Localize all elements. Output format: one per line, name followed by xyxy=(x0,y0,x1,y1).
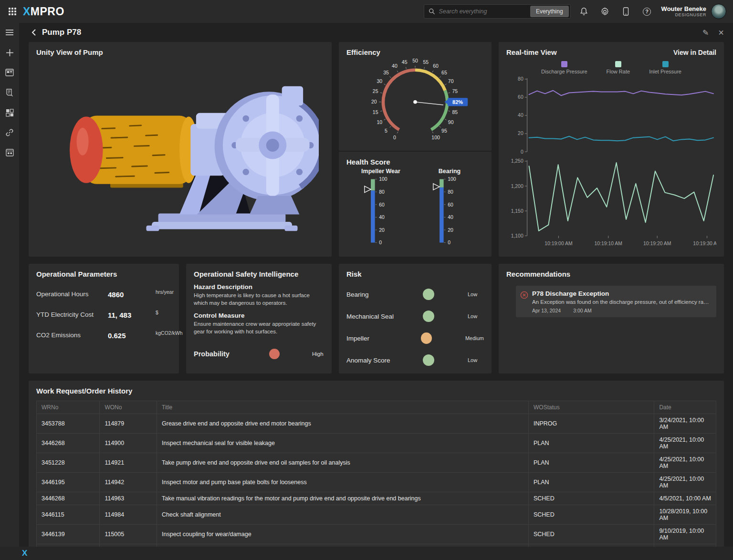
footer-x-logo[interactable]: X xyxy=(22,549,27,558)
risk-label: Anomaly Score xyxy=(346,357,423,364)
settings-gear-icon[interactable] xyxy=(600,7,610,16)
health-gauges: Impeller Wear020406080100Bearing02040608… xyxy=(346,168,484,248)
table-row[interactable]: 3446115114984Check shaft alignmentSCHED1… xyxy=(37,505,716,525)
parameter-value: 0.625 xyxy=(108,332,156,340)
svg-text:35: 35 xyxy=(383,70,389,75)
table-row[interactable]: 3446268114963Take manual vibration readi… xyxy=(37,492,716,505)
integrations-link-icon[interactable] xyxy=(4,127,15,138)
legend-swatch xyxy=(615,61,621,67)
svg-text:40: 40 xyxy=(392,63,398,69)
user-role: DESIGNUSER xyxy=(661,12,706,17)
widgets-panel-icon[interactable] xyxy=(4,147,15,158)
work-history-panel: Work Request/Order History WRNoWONoTitle… xyxy=(29,381,724,547)
svg-text:82%: 82% xyxy=(452,99,463,105)
table-row[interactable]: 3446268114900Inspect mechanical seal for… xyxy=(37,434,716,453)
safety-intelligence-panel: Operational Safety Intelligence Hazard D… xyxy=(186,264,332,373)
table-row[interactable]: 3453788114879Grease drive end and opposi… xyxy=(37,414,716,434)
recommendation-card[interactable]: P78 Discharge ExceptionAn Exception was … xyxy=(516,286,716,317)
pump-3d-render[interactable] xyxy=(42,58,319,245)
notifications-bell-icon[interactable] xyxy=(579,7,589,16)
recommendations-panel: Recommendations P78 Discharge ExceptionA… xyxy=(499,264,724,373)
column-header[interactable]: Title xyxy=(157,401,529,414)
table-cell: 114879 xyxy=(100,414,157,434)
table-row[interactable]: 3451228114921Take pump drive end and opp… xyxy=(37,453,716,473)
parameter-value: 4860 xyxy=(108,290,156,299)
data-stream-icon[interactable] xyxy=(4,87,15,98)
app-launcher-icon[interactable] xyxy=(9,8,16,15)
svg-text:10: 10 xyxy=(377,119,382,125)
svg-text:40: 40 xyxy=(379,215,385,220)
search-icon xyxy=(429,8,435,15)
logo-rest: MPRO xyxy=(31,5,64,18)
parameter-label: CO2 Emissions xyxy=(36,332,108,339)
column-header[interactable]: WONo xyxy=(100,401,157,414)
table-cell: 115005 xyxy=(100,525,157,544)
app-blocks-icon[interactable] xyxy=(4,107,15,118)
recommendation-datetime: Apr 13, 20243:00 AM xyxy=(532,308,710,313)
svg-text:10:19:20 AM: 10:19:20 AM xyxy=(643,241,671,246)
column-header[interactable]: WOStatus xyxy=(528,401,654,414)
risk-indicator xyxy=(421,332,432,344)
table-cell: SCHED xyxy=(528,525,654,544)
pressure-line-chart: 020406080 xyxy=(506,75,716,156)
risk-level: Medium xyxy=(465,335,484,341)
parameter-row: CO2 Emissions0.625kgCO2/kWh xyxy=(36,332,171,340)
health-gauge-label: Impeller Wear xyxy=(361,168,400,175)
realtime-panel-title: Real-time View xyxy=(506,48,557,56)
user-avatar[interactable] xyxy=(711,4,726,19)
legend-item[interactable]: Flow Rate xyxy=(607,61,630,74)
menu-icon[interactable] xyxy=(4,27,15,38)
table-row[interactable]: 3446195114942Inspect motor and pump base… xyxy=(37,473,716,492)
safety-section-heading: Hazard Description xyxy=(194,283,324,290)
risk-row: Mechanical SealLow xyxy=(346,311,484,322)
table-header-row: WRNoWONoTitleWOStatusDate xyxy=(37,401,716,414)
user-menu[interactable]: Wouter Beneke DESIGNUSER xyxy=(661,6,706,17)
table-cell: PLAN xyxy=(528,473,654,492)
add-icon[interactable] xyxy=(4,47,15,58)
risk-panel-title: Risk xyxy=(346,270,484,278)
work-history-table: WRNoWONoTitleWOStatusDate 3453788114879G… xyxy=(36,401,716,547)
recommendation-title: P78 Discharge Exception xyxy=(532,290,710,297)
legend-item[interactable]: Inlet Pressure xyxy=(649,61,681,74)
search-scope-button[interactable]: Everything xyxy=(530,6,569,17)
dashboard-designer-icon[interactable] xyxy=(4,67,15,78)
svg-text:10:19:10 AM: 10:19:10 AM xyxy=(595,241,622,246)
unity-view-panel: Unity View of Pump xyxy=(29,42,332,257)
column-header[interactable]: WRNo xyxy=(37,401,100,414)
help-icon[interactable]: ? xyxy=(642,7,652,16)
search-input[interactable] xyxy=(435,8,530,15)
svg-text:60: 60 xyxy=(379,202,385,207)
risk-row: Anomaly ScoreLow xyxy=(346,354,484,366)
xmpro-logo[interactable]: XMPRO xyxy=(23,5,64,18)
mobile-device-icon[interactable] xyxy=(621,7,631,16)
probability-row: Probability High xyxy=(194,349,324,359)
table-cell: INPROG xyxy=(528,414,654,434)
parameter-unit: kgCO2/kWh xyxy=(156,330,183,336)
svg-text:30: 30 xyxy=(377,78,382,84)
svg-text:15: 15 xyxy=(373,109,378,115)
edit-icon[interactable]: ✎ xyxy=(702,28,709,37)
table-cell: 10/28/2019, 10:00 AM xyxy=(654,505,716,525)
health-gauge: Impeller Wear020406080100 xyxy=(352,168,409,248)
column-header[interactable]: Date xyxy=(654,401,716,414)
risk-level: Low xyxy=(468,313,477,319)
page-header: Pump P78 ✎ × xyxy=(29,23,724,42)
table-row[interactable]: 3446139115005Inspect coupling for wear/d… xyxy=(37,525,716,544)
back-button[interactable] xyxy=(29,27,39,38)
table-cell: 4/25/2021, 10:00 AM xyxy=(654,453,716,473)
view-in-detail-link[interactable]: View in Detail xyxy=(673,49,716,56)
svg-text:50: 50 xyxy=(412,58,418,63)
svg-text:25: 25 xyxy=(373,88,378,94)
gauge-pointer[interactable] xyxy=(365,186,371,192)
svg-text:95: 95 xyxy=(441,128,447,134)
table-cell: 114984 xyxy=(100,505,157,525)
risk-row: BearingLow xyxy=(346,289,484,300)
close-icon[interactable]: × xyxy=(718,27,724,38)
svg-text:1,150: 1,150 xyxy=(511,208,524,214)
risk-indicator xyxy=(423,354,434,366)
efficiency-panel: Efficiency 05101520253035404550556065707… xyxy=(339,42,492,151)
gauge-pointer[interactable] xyxy=(433,184,440,190)
legend-item[interactable]: Discharge Pressure xyxy=(541,61,587,74)
svg-text:70: 70 xyxy=(448,78,454,84)
probability-level: High xyxy=(312,351,324,357)
